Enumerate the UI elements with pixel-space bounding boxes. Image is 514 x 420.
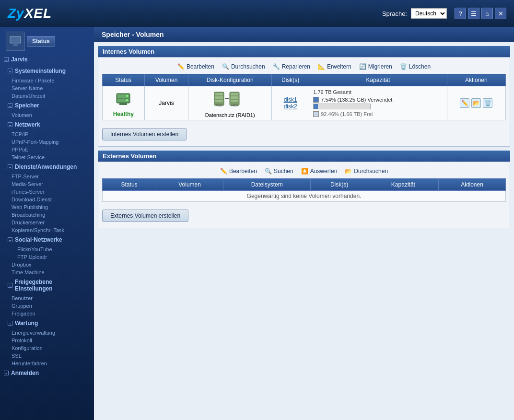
- ext-th-kapazitaet: Kapazität: [368, 179, 438, 191]
- cap-free-swatch: [313, 111, 319, 117]
- svg-rect-2: [12, 45, 18, 46]
- capacity-bar-fill: [314, 104, 318, 109]
- sidebar-child-download[interactable]: Download-Dienst: [0, 196, 94, 203]
- bearbeiten-btn[interactable]: ✏️ Bearbeiten: [177, 63, 214, 70]
- logout-icon[interactable]: ✕: [495, 8, 506, 19]
- ext-auswerfen-icon: ⏏️: [301, 168, 308, 175]
- disk2-link[interactable]: disk2: [276, 103, 305, 110]
- table-row: Healthy Jarvis: [103, 86, 506, 120]
- external-volume-body: ✏️ Bearbeiten 🔍 Suchen ⏏️ Auswerfen 📂 Du…: [98, 162, 510, 228]
- sidebar-child-media[interactable]: Media-Server: [0, 180, 94, 188]
- home-icon[interactable]: ⌂: [481, 8, 493, 19]
- ext-auswerfen-btn[interactable]: ⏏️ Auswerfen: [301, 168, 338, 175]
- internal-volume-header: Internes Volumen: [98, 46, 510, 57]
- browse-action-icon[interactable]: 📂: [471, 98, 481, 108]
- sidebar-child-pppoe[interactable]: PPPoE: [0, 146, 94, 153]
- ext-suchen-icon: 🔍: [265, 168, 272, 175]
- sidebar-item-anmelden[interactable]: -Anmelden: [0, 367, 94, 379]
- sidebar-child2-flickr[interactable]: Flickr/YouTube: [0, 245, 94, 253]
- sidebar-child-konfiguration[interactable]: Konfiguration: [0, 344, 94, 352]
- sidebar-item-jarvis[interactable]: -Jarvis: [0, 54, 94, 65]
- external-empty-msg: Gegenwärtig sind keine Volumen vorhanden…: [103, 191, 506, 202]
- disk1-link[interactable]: disk1: [276, 96, 305, 103]
- healthy-status-icon: [113, 89, 134, 110]
- sidebar-child-broadcasting[interactable]: Broadcatching: [0, 211, 94, 219]
- sidebar-child-datum[interactable]: Datum/Uhrzeit: [0, 92, 94, 100]
- th-disks: Disk(s): [272, 74, 309, 86]
- content: Speicher - Volumen Internes Volumen ✏️ B…: [94, 27, 514, 420]
- ext-durchsuchen-icon: 📂: [345, 168, 352, 175]
- th-kapazitaet: Kapazität: [309, 74, 447, 86]
- internal-volume-table: Status Volumen Disk-Konfiguration Disk(s…: [102, 74, 506, 120]
- sidebar-child-benutzer[interactable]: Benutzer: [0, 294, 94, 302]
- reparieren-btn[interactable]: 🔧 Reparieren: [273, 63, 310, 70]
- lang-select[interactable]: Deutsch: [411, 8, 447, 19]
- ext-suchen-btn[interactable]: 🔍 Suchen: [265, 168, 293, 175]
- sidebar-item-netzwerk[interactable]: -Netzwerk: [0, 119, 94, 130]
- erweitern-btn[interactable]: 📐 Erweitern: [318, 63, 351, 70]
- migrieren-btn[interactable]: 🔄 Migrieren: [359, 63, 392, 70]
- th-volumen: Volumen: [144, 74, 188, 86]
- sidebar-child-dropbox[interactable]: Dropbox: [0, 261, 94, 268]
- sidebar-item-systemeinstellung[interactable]: -Systemeinstellung: [0, 65, 94, 77]
- sidebar-item-social[interactable]: -Social-Netzwerke: [0, 234, 94, 245]
- ext-bearbeiten-btn[interactable]: ✏️ Bearbeiten: [220, 168, 257, 175]
- sidebar-child-gruppen[interactable]: Gruppen: [0, 302, 94, 310]
- external-empty-row: Gegenwärtig sind keine Volumen vorhanden…: [103, 191, 506, 202]
- sidebar-child-protokoll[interactable]: Protokoll: [0, 337, 94, 344]
- sidebar-child-tcpip[interactable]: TCP/IP: [0, 130, 94, 138]
- external-volume-section: Externes Volumen ✏️ Bearbeiten 🔍 Suchen …: [98, 151, 510, 228]
- sidebar-item-speicher[interactable]: -Speicher: [0, 100, 94, 111]
- sidebar-child-energie[interactable]: Energieverwaltung: [0, 329, 94, 337]
- sidebar-child-servername[interactable]: Server-Name: [0, 84, 94, 92]
- ext-th-volumen: Volumen: [156, 179, 223, 191]
- header: ZyXEL Sprache: Deutsch ? ☰ ⌂ ✕: [0, 0, 514, 27]
- svg-rect-12: [215, 100, 223, 102]
- cap-used-swatch: [313, 97, 319, 103]
- sidebar-item-freigabe[interactable]: -Freigegebene Einstellungen: [0, 276, 94, 294]
- sidebar-child-kopieren[interactable]: Kopieren/Synchr.-Task: [0, 226, 94, 234]
- svg-rect-0: [10, 36, 21, 43]
- actions-cell: ✏️ 📂 🗑️: [447, 86, 505, 120]
- durchsuchen-btn-internal[interactable]: 🔍 Durchsuchen: [222, 63, 265, 70]
- sidebar-child-volumen[interactable]: Volumen: [0, 111, 94, 119]
- status-healthy-label: Healthy: [113, 111, 134, 117]
- status-cell: Healthy: [103, 86, 145, 120]
- sidebar-child-upnp[interactable]: UPnP-Port-Mapping: [0, 138, 94, 146]
- sidebar-child2-ftp-uploadr[interactable]: FTP Uploadr: [0, 253, 94, 261]
- sidebar: Status -Jarvis -Systemeinstellung Firmwa…: [0, 27, 94, 420]
- erweitern-icon: 📐: [318, 63, 325, 70]
- create-external-volume-btn[interactable]: Externes Volumen erstellen: [102, 210, 188, 222]
- menu-icon[interactable]: ☰: [468, 8, 479, 19]
- loeschen-btn[interactable]: 🗑️ Löschen: [400, 63, 431, 70]
- loeschen-icon: 🗑️: [400, 63, 407, 70]
- page-title: Speicher - Volumen: [94, 27, 514, 42]
- sidebar-child-drucker[interactable]: Druckerserver: [0, 219, 94, 226]
- volume-name-cell: Jarvis: [144, 86, 188, 120]
- sidebar-child-ftp[interactable]: FTP-Server: [0, 173, 94, 180]
- disks-cell: disk1 disk2: [272, 86, 309, 120]
- raid-config-icon: ABCD ABCD: [213, 88, 247, 112]
- svg-rect-17: [231, 96, 238, 99]
- sidebar-child-freigaben[interactable]: Freigaben: [0, 310, 94, 317]
- disk-config-label: Datenschutz (RAID1): [192, 112, 268, 118]
- sidebar-child-telnet[interactable]: Telnet Service: [0, 153, 94, 161]
- help-icon[interactable]: ?: [455, 8, 466, 19]
- sidebar-child-itunes[interactable]: iTunes-Server: [0, 188, 94, 196]
- create-internal-volume-btn[interactable]: Internes Volumen erstellen: [102, 128, 187, 140]
- sidebar-child-ssl[interactable]: SSL: [0, 352, 94, 360]
- ext-th-status: Status: [103, 179, 156, 191]
- sidebar-item-dienste[interactable]: -Dienste/Anwendungen: [0, 161, 94, 173]
- sidebar-child-herunterfahren[interactable]: Herunterfahren: [0, 360, 94, 367]
- sidebar-item-wartung[interactable]: -Wartung: [0, 317, 94, 329]
- sidebar-child-timemachine[interactable]: Time Machine: [0, 268, 94, 276]
- cap-used-text: 7.54% (138.25 GB) Verwendet: [321, 97, 392, 103]
- sidebar-child-firmware[interactable]: Firmware / Pakete: [0, 77, 94, 84]
- main-layout: Status -Jarvis -Systemeinstellung Firmwa…: [0, 27, 514, 420]
- svg-rect-11: [215, 96, 223, 99]
- status-icon: [6, 32, 25, 51]
- ext-durchsuchen-btn[interactable]: 📂 Durchsuchen: [345, 168, 388, 175]
- edit-action-icon[interactable]: ✏️: [460, 98, 469, 108]
- delete-action-icon[interactable]: 🗑️: [483, 98, 492, 108]
- sidebar-child-webpub[interactable]: Web Publishing: [0, 203, 94, 211]
